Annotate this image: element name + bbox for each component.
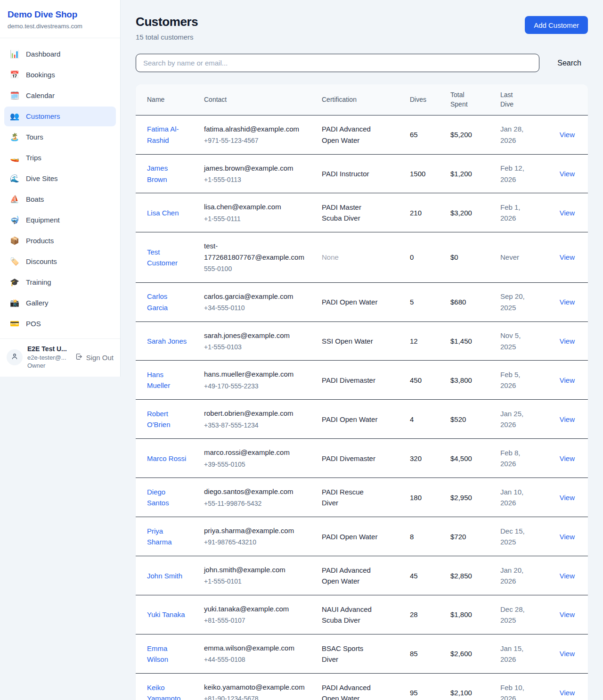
column-header: Contact	[204, 84, 322, 115]
add-customer-button[interactable]: Add Customer	[525, 16, 588, 34]
nav-label: Trips	[26, 153, 41, 163]
search-input[interactable]	[136, 54, 539, 72]
customer-dives: 95	[410, 673, 450, 700]
sidebar-item-training[interactable]: 🎓 Training	[4, 272, 116, 292]
customer-certification: PADI Master Scuba Diver	[322, 193, 410, 232]
customer-total-spent: $3,800	[450, 361, 500, 400]
equipment-icon: 🤿	[9, 215, 20, 225]
view-customer-link[interactable]: View	[560, 337, 575, 345]
customer-name-link[interactable]: Test Customer	[147, 248, 178, 267]
customer-name-link[interactable]: John Smith	[147, 572, 182, 580]
view-customer-link[interactable]: View	[560, 298, 575, 306]
customer-phone: +55-11-99876-5432	[204, 499, 314, 509]
view-customer-link[interactable]: View	[560, 131, 575, 139]
customer-total-spent: $1,450	[450, 321, 500, 361]
customer-contact: emma.wilson@example.com +44-555-0108	[204, 634, 322, 674]
table-row: Diego Santos diego.santos@example.com +5…	[136, 478, 588, 517]
view-customer-link[interactable]: View	[560, 533, 575, 541]
table-row: Keiko Yamamoto keiko.yamamoto@example.co…	[136, 673, 588, 700]
view-customer-link[interactable]: View	[560, 170, 575, 178]
sidebar-item-products[interactable]: 📦 Products	[4, 231, 116, 251]
customer-name-link[interactable]: Yuki Tanaka	[147, 610, 185, 618]
customer-name-link[interactable]: Diego Santos	[147, 488, 169, 507]
customer-email: sarah.jones@example.com	[204, 330, 314, 341]
sidebar: Demo Dive Shop demo.test.divestreams.com…	[0, 0, 121, 377]
view-customer-link[interactable]: View	[560, 253, 575, 261]
view-customer-link[interactable]: View	[560, 454, 575, 462]
customer-last-dive: Feb 5, 2026	[500, 361, 547, 400]
customer-total-spent: $5,200	[450, 115, 500, 154]
customer-total-spent: $680	[450, 282, 500, 321]
customer-name-link[interactable]: Hans Mueller	[147, 371, 170, 389]
table-row: Test Customer test-1772681807767@example…	[136, 232, 588, 282]
customer-last-dive: Feb 12, 2026	[500, 154, 547, 193]
customer-name-link[interactable]: Keiko Yamamoto	[147, 684, 180, 700]
sidebar-item-discounts[interactable]: 🏷️ Discounts	[4, 252, 116, 272]
customer-total-spent: $520	[450, 400, 500, 439]
nav-label: Calendar	[26, 91, 55, 101]
nav-label: Dive Sites	[26, 173, 58, 184]
sidebar-item-boats[interactable]: ⛵ Boats	[4, 189, 116, 209]
customer-last-dive: Dec 15, 2025	[500, 517, 547, 556]
customer-email: marco.rossi@example.com	[204, 447, 314, 458]
sidebar-item-pos[interactable]: 💳 POS	[4, 314, 116, 334]
table-row: Marco Rossi marco.rossi@example.com +39-…	[136, 439, 588, 478]
customer-phone: +353-87-555-1234	[204, 420, 314, 431]
customer-phone: +34-555-0110	[204, 303, 314, 313]
customer-last-dive: Feb 1, 2026	[500, 193, 547, 232]
customer-name-link[interactable]: Priya Sharma	[147, 527, 172, 546]
customer-last-dive: Feb 8, 2026	[500, 439, 547, 478]
customer-name-link[interactable]: James Brown	[147, 164, 168, 183]
search-button[interactable]: Search	[557, 59, 581, 67]
sidebar-item-calendar[interactable]: 🗓️ Calendar	[4, 86, 116, 106]
customer-name-link[interactable]: Emma Wilson	[147, 644, 168, 663]
view-customer-link[interactable]: View	[560, 415, 575, 423]
sign-out-icon	[75, 353, 83, 362]
nav-label: Dashboard	[26, 49, 60, 59]
sidebar-item-bookings[interactable]: 📅 Bookings	[4, 65, 116, 85]
nav-label: Training	[26, 277, 51, 288]
sidebar-item-dashboard[interactable]: 📊 Dashboard	[4, 44, 116, 64]
customer-certification: PADI Advanced Open Water	[322, 673, 410, 700]
search-bar: Search	[136, 54, 588, 72]
customer-name-link[interactable]: Marco Rossi	[147, 454, 186, 462]
customer-name-link[interactable]: Lisa Chen	[147, 209, 179, 217]
customer-email: robert.obrien@example.com	[204, 408, 314, 419]
discounts-icon: 🏷️	[9, 256, 20, 267]
gallery-icon: 📸	[9, 298, 20, 308]
sidebar-item-dive-sites[interactable]: 🌊 Dive Sites	[4, 169, 116, 189]
customer-last-dive: Jan 10, 2026	[500, 478, 547, 517]
customer-dives: 5	[410, 282, 450, 321]
view-customer-link[interactable]: View	[560, 650, 575, 658]
customer-phone: +1-555-0111	[204, 214, 314, 224]
view-customer-link[interactable]: View	[560, 209, 575, 217]
customer-name-link[interactable]: Sarah Jones	[147, 337, 187, 345]
customer-phone: +44-555-0108	[204, 655, 314, 665]
customer-dives: 0	[410, 232, 450, 282]
view-customer-link[interactable]: View	[560, 689, 575, 697]
sidebar-item-trips[interactable]: 🚤 Trips	[4, 148, 116, 168]
sidebar-item-equipment[interactable]: 🤿 Equipment	[4, 210, 116, 230]
customer-total-spent: $4,500	[450, 439, 500, 478]
view-customer-link[interactable]: View	[560, 610, 575, 618]
customer-email: diego.santos@example.com	[204, 486, 314, 497]
customer-dives: 8	[410, 517, 450, 556]
table-row: Priya Sharma priya.sharma@example.com +9…	[136, 517, 588, 556]
view-customer-link[interactable]: View	[560, 376, 575, 384]
customer-contact: diego.santos@example.com +55-11-99876-54…	[204, 478, 322, 517]
customer-name-link[interactable]: Carlos Garcia	[147, 292, 168, 311]
customer-dives: 1500	[410, 154, 450, 193]
customer-phone: +91-98765-43210	[204, 537, 314, 548]
customer-phone: +1-555-0101	[204, 576, 314, 587]
customer-certification: PADI Open Water	[322, 517, 410, 556]
sidebar-item-gallery[interactable]: 📸 Gallery	[4, 293, 116, 313]
view-customer-link[interactable]: View	[560, 572, 575, 580]
customer-name-link[interactable]: Fatima Al-Rashid	[147, 125, 179, 144]
sidebar-item-customers[interactable]: 👥 Customers	[4, 107, 116, 126]
view-customer-link[interactable]: View	[560, 494, 575, 502]
sidebar-item-tours[interactable]: 🏝️ Tours	[4, 127, 116, 147]
customer-name-link[interactable]: Robert O'Brien	[147, 410, 171, 428]
user-role: Owner	[27, 362, 67, 370]
customer-count: 15 total customers	[136, 33, 198, 41]
sign-out-button[interactable]: Sign Out	[75, 353, 114, 362]
